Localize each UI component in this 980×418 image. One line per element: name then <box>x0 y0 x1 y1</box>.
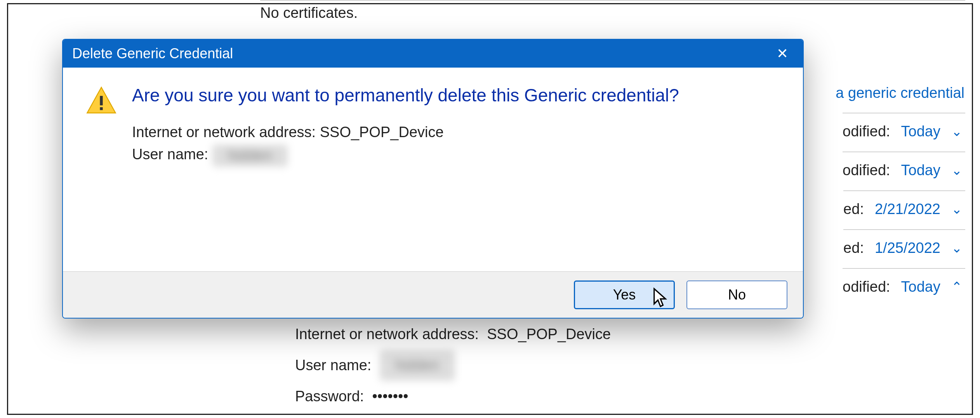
modified-value: 1/25/2022 <box>875 240 940 256</box>
modified-value: Today <box>901 279 940 295</box>
modified-value: 2/21/2022 <box>875 201 940 218</box>
modified-label: odified: <box>843 279 890 295</box>
yes-button[interactable]: Yes <box>574 280 675 309</box>
no-button[interactable]: No <box>686 280 787 309</box>
delete-credential-dialog: Delete Generic Credential ✕ Are you sure… <box>62 39 804 319</box>
credential-row[interactable]: odified: Today ⌃ <box>843 268 965 305</box>
no-certificates-text: No certificates. <box>260 5 358 21</box>
credential-detail: Internet or network address: SSO_POP_Dev… <box>295 319 611 412</box>
modified-value: Today <box>901 162 940 179</box>
dialog-title: Delete Generic Credential <box>72 45 233 62</box>
credential-row[interactable]: ed: 1/25/2022 ⌄ <box>843 229 965 266</box>
chevron-down-icon[interactable]: ⌄ <box>948 124 965 139</box>
close-icon[interactable]: ✕ <box>771 44 794 64</box>
chevron-down-icon[interactable]: ⌄ <box>948 162 965 178</box>
warning-icon <box>86 85 116 116</box>
credential-row[interactable]: odified: Today ⌄ <box>843 152 965 188</box>
dialog-question: Are you sure you want to permanently del… <box>132 83 679 107</box>
detail-address-label: Internet or network address: <box>295 326 479 342</box>
detail-address-value: SSO_POP_Device <box>487 326 611 342</box>
modified-label: ed: <box>843 201 864 218</box>
credential-row[interactable]: odified: Today ⌄ <box>843 113 965 149</box>
chevron-down-icon[interactable]: ⌄ <box>948 201 965 217</box>
dialog-user-label: User name: <box>132 146 208 162</box>
detail-password-label: Password: <box>295 388 364 404</box>
chevron-down-icon[interactable]: ⌄ <box>948 240 965 256</box>
credential-row[interactable]: ed: 2/21/2022 ⌄ <box>843 190 965 227</box>
modified-label: ed: <box>843 240 864 256</box>
detail-user-label: User name: <box>295 357 371 373</box>
modified-value: Today <box>901 123 940 140</box>
modified-label: odified: <box>843 123 890 140</box>
dialog-address-value: SSO_POP_Device <box>320 124 444 140</box>
modified-label: odified: <box>843 162 890 179</box>
divider <box>260 0 965 1</box>
chevron-up-icon[interactable]: ⌃ <box>948 279 965 294</box>
dialog-address-label: Internet or network address: <box>132 124 316 140</box>
dialog-button-row: Yes No <box>63 271 803 318</box>
dialog-user-value-redacted: hidden <box>212 145 288 167</box>
detail-password-value: ••••••• <box>372 388 408 404</box>
detail-user-value-redacted: hidden <box>380 350 455 381</box>
svg-rect-1 <box>100 96 103 105</box>
svg-rect-2 <box>100 107 103 110</box>
dialog-titlebar: Delete Generic Credential ✕ <box>63 40 803 68</box>
add-generic-credential-link[interactable]: a generic credential <box>836 85 964 101</box>
